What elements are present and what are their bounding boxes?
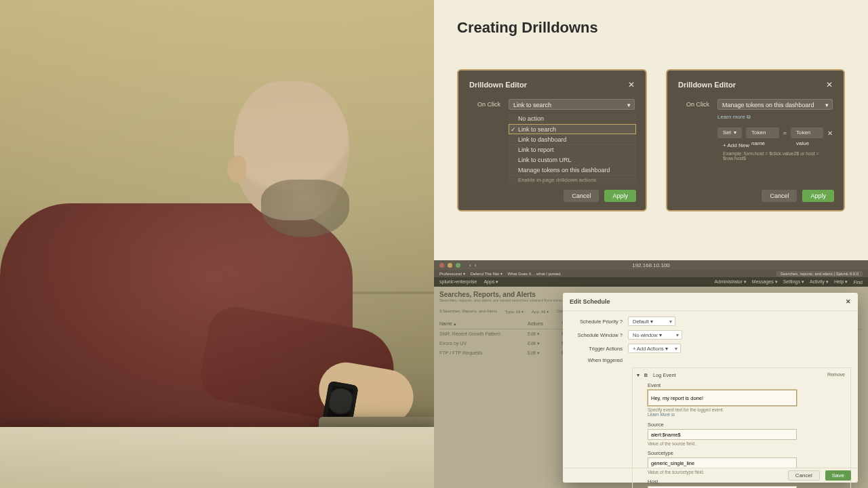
person-forearm bbox=[315, 358, 418, 428]
trigger-actions-label: Trigger Actions bbox=[570, 346, 623, 352]
on-click-label: On Click bbox=[469, 101, 500, 108]
token-action-select[interactable]: Set bbox=[717, 127, 742, 138]
apply-button[interactable]: Apply bbox=[604, 190, 636, 202]
when-triggered-label: When triggered bbox=[570, 357, 623, 363]
equals-label: = bbox=[783, 129, 787, 136]
option-manage-tokens[interactable]: Manage tokens on this dashboard bbox=[509, 165, 636, 175]
topnav-item[interactable]: Activity ▾ bbox=[810, 279, 829, 285]
sourcetype-input[interactable] bbox=[648, 458, 797, 468]
on-click-select[interactable]: Link to search bbox=[509, 99, 635, 110]
add-actions-select[interactable]: + Add Actions ▾ bbox=[628, 344, 681, 353]
topnav-item[interactable]: Find bbox=[853, 280, 863, 285]
apply-button[interactable]: Apply bbox=[802, 190, 834, 202]
splunk-topnav: splunk>enterprise Apps ▾ Administrator ▾… bbox=[434, 277, 868, 287]
person-arm bbox=[197, 303, 400, 429]
filter[interactable]: App: All ▾ bbox=[532, 309, 549, 314]
learn-more-link[interactable]: Learn more ⧉ bbox=[717, 114, 833, 121]
cell[interactable]: Edit ▾ bbox=[528, 331, 555, 337]
topnav-item[interactable]: Settings ▾ bbox=[783, 279, 804, 285]
screenshot-edit-schedule: ‹ › 192.168.10.100 Professional ▾ Defend… bbox=[434, 260, 868, 488]
option-link-to-url[interactable]: Link to custom URL bbox=[509, 155, 636, 165]
url-field[interactable]: 192.168.10.100 bbox=[632, 262, 670, 268]
option-no-action[interactable]: No action bbox=[509, 114, 636, 124]
cell[interactable]: Edit ▾ bbox=[528, 341, 555, 346]
topnav-item[interactable]: Messages ▾ bbox=[752, 279, 778, 285]
option-link-to-dashboard[interactable]: Link to dashboard bbox=[509, 134, 636, 144]
modal-title: Edit Schedule bbox=[570, 298, 610, 305]
source-hint: Value of the source field. bbox=[648, 441, 845, 446]
panel-title: Drilldown Editor bbox=[469, 81, 527, 89]
cell: SNR: Recent Growth Pattern bbox=[439, 331, 521, 337]
wall-line bbox=[0, 291, 434, 294]
topnav-item[interactable]: Administrator ▾ bbox=[715, 279, 747, 285]
learn-more-link[interactable]: Learn More ⧉ bbox=[648, 412, 845, 418]
source-label: Source bbox=[648, 422, 845, 428]
hero-photo bbox=[0, 0, 434, 488]
nav-back-icon[interactable]: ‹ bbox=[469, 262, 471, 268]
token-row: Set Token name = Token value ✕ bbox=[717, 127, 833, 138]
filter[interactable]: 3 Searches, Reports, and Alerts bbox=[439, 309, 497, 314]
person-ear bbox=[227, 156, 246, 183]
cancel-button[interactable]: Cancel bbox=[762, 190, 797, 202]
on-click-dropdown: No action Link to search Link to dashboa… bbox=[509, 114, 636, 184]
bm-item[interactable]: Defend The Net ▾ bbox=[471, 271, 502, 276]
browser-titlebar: ‹ › 192.168.10.100 bbox=[434, 260, 868, 270]
cell[interactable]: Edit ▾ bbox=[528, 350, 555, 356]
doc-icon: 🗎 bbox=[644, 372, 649, 378]
filter[interactable]: Type: All ▾ bbox=[505, 309, 524, 314]
chevron-down-icon[interactable]: ▸ bbox=[635, 374, 642, 377]
source-input[interactable] bbox=[648, 429, 797, 440]
cancel-button[interactable]: Cancel bbox=[788, 470, 820, 481]
bm-item[interactable]: Professional ▾ bbox=[439, 271, 465, 276]
token-value-input[interactable]: Token value bbox=[791, 127, 823, 138]
drilldown-editor-panel-right: Drilldown Editor ✕ On Click Manage token… bbox=[666, 69, 845, 211]
browser-tab[interactable]: Searches, reports, and alerts | Splunk 9… bbox=[776, 271, 863, 277]
event-hint: Specify event text for the logged event. bbox=[648, 407, 845, 412]
cell: FTP / FTP Requests bbox=[439, 350, 521, 356]
schedule-window-label: Schedule Window ? bbox=[570, 332, 623, 338]
token-example-text: Example: form.host = $click.value2$ or h… bbox=[723, 151, 833, 161]
slide-title: Creating Drilldowns bbox=[457, 19, 845, 37]
on-click-label: On Click bbox=[678, 101, 709, 108]
nav-fwd-icon[interactable]: › bbox=[475, 262, 477, 268]
laptop bbox=[319, 417, 434, 444]
close-icon[interactable]: ✕ bbox=[846, 298, 851, 305]
col-name[interactable]: Name ▴ bbox=[439, 321, 521, 327]
topnav-item[interactable]: Help ▾ bbox=[834, 279, 848, 285]
person-head bbox=[234, 81, 349, 220]
remove-token-icon[interactable]: ✕ bbox=[827, 129, 833, 137]
option-link-to-report[interactable]: Link to report bbox=[509, 144, 636, 155]
save-button[interactable]: Save bbox=[825, 470, 851, 481]
action-name: Log Event bbox=[653, 372, 676, 378]
brand-label: splunk>enterprise bbox=[439, 279, 477, 285]
edit-schedule-modal: Edit Schedule ✕ Schedule Priority ? Defa… bbox=[563, 293, 858, 483]
close-icon[interactable]: ✕ bbox=[826, 80, 833, 89]
slide-creating-drilldowns: Creating Drilldowns Drilldown Editor ✕ O… bbox=[434, 0, 868, 260]
macos-close-icon[interactable] bbox=[439, 263, 444, 268]
person-torso bbox=[0, 203, 353, 447]
cell: Errors by UV bbox=[439, 341, 521, 346]
schedule-window-select[interactable]: No window ▾ bbox=[628, 330, 682, 340]
option-link-to-search[interactable]: Link to search bbox=[509, 124, 636, 134]
token-name-input[interactable]: Token name bbox=[746, 127, 779, 138]
schedule-priority-select[interactable]: Default ▾ bbox=[628, 317, 675, 326]
col-actions: Actions bbox=[528, 321, 555, 327]
option-subtext: Enable in-page drilldown actions bbox=[509, 175, 636, 184]
apps-menu[interactable]: Apps ▾ bbox=[484, 279, 498, 285]
bm-item[interactable]: What Does It… what I posted bbox=[508, 272, 561, 276]
panel-title: Drilldown Editor bbox=[678, 81, 736, 89]
event-label: Event bbox=[648, 382, 845, 388]
cancel-button[interactable]: Cancel bbox=[564, 190, 599, 202]
close-icon[interactable]: ✕ bbox=[628, 80, 635, 89]
schedule-priority-label: Schedule Priority ? bbox=[570, 319, 623, 325]
person-beard bbox=[261, 180, 349, 237]
on-click-select[interactable]: Manage tokens on this dashboard bbox=[717, 99, 833, 110]
event-input[interactable] bbox=[648, 390, 797, 406]
macos-max-icon[interactable] bbox=[456, 263, 460, 268]
add-new-token-button[interactable]: + Add New bbox=[723, 142, 833, 148]
macos-min-icon[interactable] bbox=[448, 263, 452, 268]
desk bbox=[0, 427, 434, 488]
drilldown-editor-panel-left: Drilldown Editor ✕ On Click Link to sear… bbox=[457, 69, 647, 211]
wristwatch bbox=[322, 381, 359, 426]
remove-action-link[interactable]: Remove bbox=[827, 372, 845, 377]
